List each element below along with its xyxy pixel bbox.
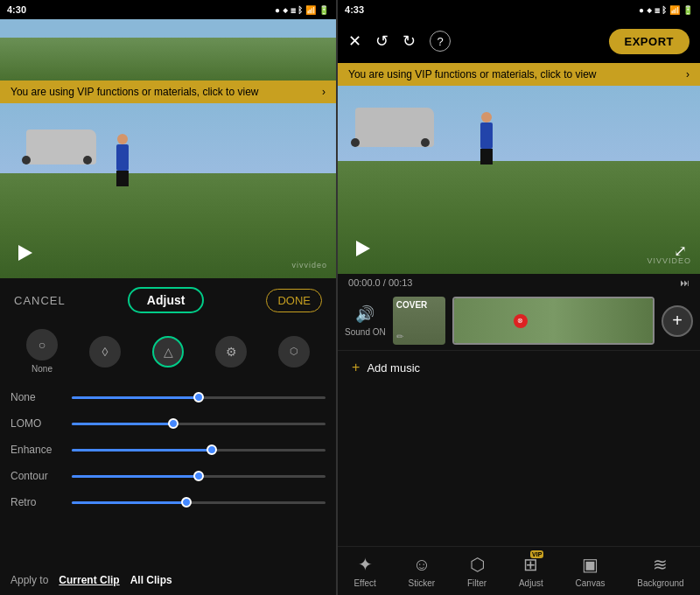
help-button[interactable]: ? <box>430 31 451 52</box>
vip-banner-arrow-right: › <box>686 68 690 80</box>
slider-contour: Contour <box>10 463 326 489</box>
nav-sticker[interactable]: ☺ Sticker <box>409 555 436 588</box>
sliders-area: None LOMO Enhance Contour <box>0 381 336 565</box>
canvas-label: Canvas <box>576 578 606 588</box>
left-panel: 4:30 ● ◆ ☰ ᛒ 📶 🔋 You are using VIP funct… <box>0 0 336 595</box>
add-clip-button[interactable]: + <box>662 305 693 337</box>
filter-more-icon[interactable]: ⬡ <box>278 336 310 368</box>
undo-button[interactable]: ↺ <box>375 32 388 51</box>
adjust-button[interactable]: Adjust <box>128 287 205 313</box>
clips-area: 🔊 Sound ON COVER ✏ ⊗ + <box>338 291 700 350</box>
apply-current-clip[interactable]: Current Clip <box>59 574 119 586</box>
apply-to-row: Apply to Current Clip All Clips <box>0 565 336 595</box>
adjust-toolbar: CANCEL Adjust DONE <box>0 278 336 322</box>
vip-banner-right[interactable]: You are using VIP functions or materials… <box>338 63 700 86</box>
status-icons-right: ● ◆ ☰ ᛒ 📶 🔋 <box>639 5 693 15</box>
nav-filter[interactable]: ⬡ Filter <box>467 554 486 588</box>
top-preview-strip-left <box>0 19 336 80</box>
playback-end-icon: ⏭ <box>680 277 690 288</box>
watermark-left: vivvideo <box>292 261 328 270</box>
sound-label: Sound ON <box>345 327 386 337</box>
nav-adjust[interactable]: ⊞ VIP Adjust <box>519 554 543 588</box>
video-clip-strip[interactable]: ⊗ <box>452 297 654 345</box>
slider-retro-track[interactable] <box>72 501 326 504</box>
slider-contour-label: Contour <box>10 470 63 482</box>
slider-none: None <box>10 384 326 410</box>
filter-none-label: None <box>32 364 52 374</box>
filter-tool[interactable]: ⚙ <box>215 336 247 368</box>
top-bar-right: ✕ ↺ ↻ ? EXPORT <box>338 19 700 63</box>
status-bar-left: 4:30 ● ◆ ☰ ᛒ 📶 🔋 <box>0 0 336 19</box>
status-icons-left: ● ◆ ☰ ᛒ 📶 🔋 <box>275 5 329 15</box>
slider-contour-track[interactable] <box>72 475 326 478</box>
slider-none-label: None <box>10 391 63 403</box>
time-left: 4:30 <box>7 4 26 15</box>
clip-marker: ⊗ <box>514 314 528 328</box>
right-panel: 4:33 ● ◆ ☰ ᛒ 📶 🔋 ✕ ↺ ↻ ? EXPORT You are … <box>338 0 700 595</box>
apply-all-clips[interactable]: All Clips <box>130 574 172 586</box>
filter-triangle[interactable]: △ <box>152 336 184 368</box>
vip-banner-arrow-left: › <box>322 86 326 98</box>
filter-none-icon[interactable]: ○ <box>26 329 58 360</box>
vip-banner-text-left: You are using VIP functions or materials… <box>10 86 258 98</box>
background-label: Background <box>637 578 683 588</box>
add-music-button[interactable]: + Add music <box>352 360 686 375</box>
export-button[interactable]: EXPORT <box>609 29 690 54</box>
add-music-row: + Add music <box>338 350 700 384</box>
nav-background[interactable]: ≋ Background <box>637 554 683 588</box>
slider-enhance-label: Enhance <box>10 444 63 456</box>
play-button-right[interactable] <box>351 236 375 261</box>
filter-triangle-icon[interactable]: △ <box>152 336 184 368</box>
effect-icon: ✦ <box>358 554 373 575</box>
expand-icon[interactable]: ⤢ <box>674 242 687 261</box>
top-bar-left-group: ✕ ↺ ↻ ? <box>348 31 451 52</box>
sound-icon: 🔊 <box>355 304 374 324</box>
play-button-left[interactable] <box>13 241 38 265</box>
effect-label: Effect <box>354 578 375 588</box>
slider-enhance-track[interactable] <box>72 449 326 452</box>
vip-banner-left[interactable]: You are using VIP functions or materials… <box>0 80 336 103</box>
time-right: 4:33 <box>345 4 364 15</box>
filter-icon: ⬡ <box>470 554 485 575</box>
nav-effect[interactable]: ✦ Effect <box>354 554 375 588</box>
close-button[interactable]: ✕ <box>348 32 361 51</box>
apply-to-label: Apply to <box>10 574 48 586</box>
video-preview-left: vivvideo <box>0 103 336 278</box>
bottom-nav: ✦ Effect ☺ Sticker ⬡ Filter ⊞ VIP Adjust… <box>338 546 700 595</box>
sound-control[interactable]: 🔊 Sound ON <box>345 304 386 337</box>
current-time: 00:00.0 / 00:13 <box>348 277 412 288</box>
slider-lomo-label: LOMO <box>10 417 63 430</box>
sticker-icon: ☺ <box>413 555 430 575</box>
cover-edit-icon[interactable]: ✏ <box>396 332 403 341</box>
slider-lomo-track[interactable] <box>72 423 326 425</box>
canvas-icon: ▣ <box>582 554 598 575</box>
timeline-bar: 00:00.0 / 00:13 ⏭ <box>338 274 700 291</box>
background-icon: ≋ <box>653 554 668 575</box>
vip-badge: VIP <box>530 550 543 558</box>
filter-more[interactable]: ⬡ <box>278 336 310 368</box>
filter-drop[interactable]: ◊ <box>89 336 121 368</box>
done-button[interactable]: DONE <box>266 289 322 312</box>
cancel-button[interactable]: CANCEL <box>14 294 66 307</box>
filter-icons-row: ○ None ◊ △ ⚙ ⬡ <box>0 322 336 381</box>
redo-button[interactable]: ↻ <box>402 32 416 51</box>
vip-banner-text-right: You are using VIP functions or materials… <box>348 68 596 80</box>
filter-drop-icon[interactable]: ◊ <box>89 336 121 368</box>
filter-tool-icon[interactable]: ⚙ <box>215 336 247 368</box>
nav-canvas[interactable]: ▣ Canvas <box>576 554 606 588</box>
filter-label: Filter <box>467 578 486 588</box>
add-music-plus: + <box>352 360 360 375</box>
slider-lomo: LOMO <box>10 410 326 437</box>
slider-none-track[interactable] <box>72 396 326 399</box>
slider-enhance: Enhance <box>10 437 326 463</box>
adjust-label: Adjust <box>519 578 543 588</box>
slider-retro-label: Retro <box>10 496 63 508</box>
cover-label: COVER <box>396 300 428 310</box>
cover-clip[interactable]: COVER ✏ <box>393 297 445 345</box>
sticker-label: Sticker <box>409 578 436 588</box>
filter-none[interactable]: ○ None <box>26 329 58 374</box>
video-preview-right: VIVVIDEO ⤢ <box>338 86 700 274</box>
status-bar-right: 4:33 ● ◆ ☰ ᛒ 📶 🔋 <box>338 0 700 19</box>
add-music-label: Add music <box>367 361 420 374</box>
slider-retro: Retro <box>10 489 326 515</box>
